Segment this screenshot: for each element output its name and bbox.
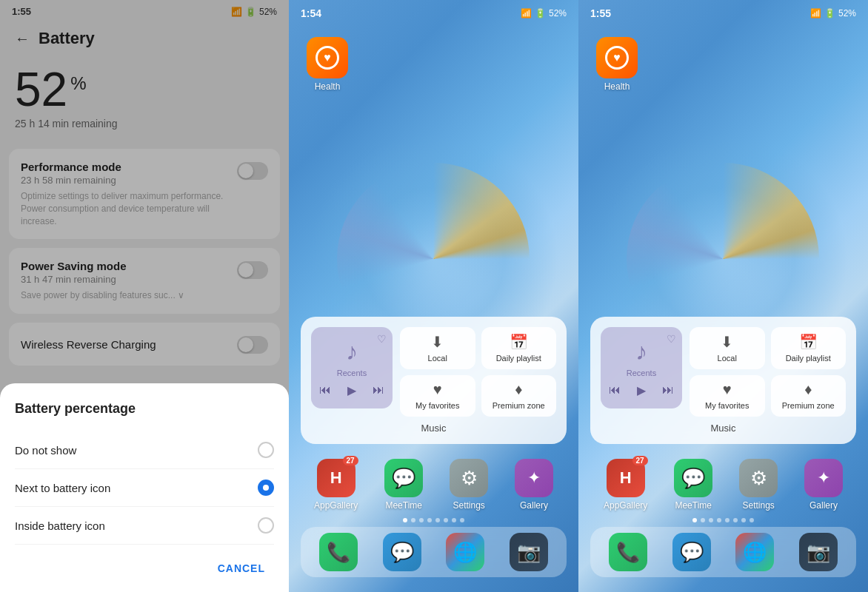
dot-4 xyxy=(427,518,432,522)
battery-percentage-dialog-overlay: Battery percentage Do not show Next to b… xyxy=(0,0,289,592)
right-messages-dock-icon[interactable]: 💬 xyxy=(672,533,711,571)
right-premium-icon: ♦ xyxy=(804,381,812,398)
radio-option-next-to-battery[interactable]: Next to battery icon xyxy=(15,469,274,507)
daily-playlist-grid-item[interactable]: 📅 Daily playlist xyxy=(481,327,557,369)
right-premium-zone-grid-item[interactable]: ♦ Premium zone xyxy=(771,375,847,417)
right-music-note-icon: ♪ xyxy=(635,338,647,366)
appgallery-icon[interactable]: H 27 xyxy=(317,459,355,497)
heart-icon: ♥ xyxy=(324,51,331,64)
meetime-item[interactable]: 💬 MeeTime xyxy=(384,459,423,511)
phone-dock-icon[interactable]: 📞 xyxy=(319,533,358,571)
right-dot-8 xyxy=(750,518,754,522)
right-play-button[interactable]: ▶ xyxy=(637,383,646,397)
meetime-icon[interactable]: 💬 xyxy=(384,459,423,497)
right-appgallery-label: AppGallery xyxy=(604,500,647,511)
right-meetime-label: MeeTime xyxy=(675,500,712,511)
right-settings-icon[interactable]: ⚙ xyxy=(739,459,778,497)
bottom-dock: 📞 💬 🌐 📷 xyxy=(301,527,567,577)
right-gallery-icon[interactable]: ✦ xyxy=(804,459,843,497)
play-button[interactable]: ▶ xyxy=(347,383,356,397)
do-not-show-radio[interactable] xyxy=(258,442,274,458)
page-dots xyxy=(301,518,567,522)
settings-item[interactable]: ⚙ Settings xyxy=(450,459,488,511)
right-browser-dock-icon[interactable]: 🌐 xyxy=(735,533,774,571)
music-widget-title: Music xyxy=(311,423,556,434)
premium-icon: ♦ xyxy=(515,381,522,398)
meetime-symbol: 💬 xyxy=(392,467,415,490)
cancel-button[interactable]: CANCEL xyxy=(209,556,274,580)
radio-option-do-not-show[interactable]: Do not show xyxy=(15,431,274,469)
browser-dock-icon[interactable]: 🌐 xyxy=(446,533,484,571)
right-meetime-item[interactable]: 💬 MeeTime xyxy=(674,459,712,511)
favorites-grid-item[interactable]: ♥ My favorites xyxy=(400,375,475,417)
appgallery-label: AppGallery xyxy=(314,500,358,511)
right-next-button[interactable]: ⏭ xyxy=(662,383,674,397)
right-gallery-item[interactable]: ✦ Gallery xyxy=(804,459,843,511)
health-icon-ring: ♥ xyxy=(316,46,339,70)
right-music-widget-inner: ♡ ♪ Recents ⏮ ▶ ⏭ ⬇ Local 📅 Daily playli… xyxy=(601,327,846,417)
right-favorites-label: My favorites xyxy=(705,401,749,411)
inside-battery-radio[interactable] xyxy=(258,517,274,534)
right-dot-3 xyxy=(709,518,713,522)
right-prev-button[interactable]: ⏮ xyxy=(609,383,621,397)
settings-symbol: ⚙ xyxy=(461,467,478,490)
music-album-art: ♡ ♪ Recents ⏮ ▶ ⏭ xyxy=(311,327,393,408)
right-music-widget: ♡ ♪ Recents ⏮ ▶ ⏭ ⬇ Local 📅 Daily playli… xyxy=(590,317,856,444)
settings-icon[interactable]: ⚙ xyxy=(450,459,488,497)
middle-phone-screen: 1:54 📶 🔋 52% ♥ Health ♡ ♪ Recents ⏮ ▶ xyxy=(289,0,578,592)
right-settings-label: Settings xyxy=(742,500,774,511)
dot-7 xyxy=(452,518,456,522)
meetime-label: MeeTime xyxy=(385,500,422,511)
messages-dock-icon[interactable]: 💬 xyxy=(383,533,421,571)
right-favorites-grid-item[interactable]: ♥ My favorites xyxy=(690,375,765,417)
right-status-icons: 📶 🔋 52% xyxy=(810,8,856,18)
inside-battery-label: Inside battery icon xyxy=(15,519,105,532)
dot-5 xyxy=(435,518,440,522)
premium-zone-grid-item[interactable]: ♦ Premium zone xyxy=(481,375,557,417)
right-bottom-dock: 📞 💬 🌐 📷 xyxy=(590,527,856,577)
right-local-label: Local xyxy=(718,354,737,363)
right-gallery-symbol: ✦ xyxy=(817,468,830,488)
right-health-icon-ring: ♥ xyxy=(605,46,629,70)
prev-button[interactable]: ⏮ xyxy=(319,383,331,397)
next-to-battery-radio[interactable] xyxy=(258,480,274,496)
right-local-icon: ⬇ xyxy=(721,333,733,351)
gallery-icon[interactable]: ✦ xyxy=(515,459,553,497)
right-music-controls: ⏮ ▶ ⏭ xyxy=(601,383,682,397)
right-phone-screen: 1:55 📶 🔋 52% ♥ Health ♡ ♪ Recents ⏮ ▶ ⏭ xyxy=(578,0,868,592)
right-daily-playlist-grid-item[interactable]: 📅 Daily playlist xyxy=(771,327,847,369)
next-to-battery-label: Next to battery icon xyxy=(15,482,110,494)
radio-option-inside-battery[interactable]: Inside battery icon xyxy=(15,507,274,545)
appgallery-item[interactable]: H 27 AppGallery xyxy=(314,459,358,511)
right-meetime-icon[interactable]: 💬 xyxy=(674,459,712,497)
right-appgallery-icon[interactable]: H 27 xyxy=(607,459,645,497)
music-controls: ⏮ ▶ ⏭ xyxy=(311,383,393,397)
local-grid-item[interactable]: ⬇ Local xyxy=(400,327,475,369)
right-health-app-icon[interactable]: ♥ Health xyxy=(596,37,638,92)
right-phone-dock-icon[interactable]: 📞 xyxy=(609,533,647,571)
right-local-grid-item[interactable]: ⬇ Local xyxy=(690,327,765,369)
gallery-item[interactable]: ✦ Gallery xyxy=(515,459,553,511)
right-dot-4 xyxy=(717,518,721,522)
settings-label: Settings xyxy=(453,500,484,511)
right-settings-item[interactable]: ⚙ Settings xyxy=(739,459,778,511)
right-recents-label: Recents xyxy=(627,369,656,377)
right-camera-dock-icon[interactable]: 📷 xyxy=(799,533,838,571)
right-music-grid: ⬇ Local 📅 Daily playlist ♥ My favorites … xyxy=(690,327,846,417)
dot-2 xyxy=(411,518,415,522)
right-huawei-text: H xyxy=(620,468,632,488)
right-battery-pct: 52% xyxy=(838,8,856,18)
right-appgallery-item[interactable]: H 27 AppGallery xyxy=(604,459,647,511)
next-button[interactable]: ⏭ xyxy=(373,383,384,397)
app-row: H 27 AppGallery 💬 MeeTime ⚙ Settings ✦ xyxy=(301,459,567,511)
music-note-icon: ♪ xyxy=(346,338,358,366)
right-dot-6 xyxy=(733,518,738,522)
do-not-show-label: Do not show xyxy=(15,444,76,457)
camera-dock-icon[interactable]: 📷 xyxy=(510,533,548,571)
music-widget: ♡ ♪ Recents ⏮ ▶ ⏭ ⬇ Local 📅 Daily playli… xyxy=(301,317,567,444)
right-health-app-label: Health xyxy=(604,81,630,92)
health-icon-bg: ♥ xyxy=(307,37,348,78)
right-battery-icon: 🔋 xyxy=(824,8,835,18)
health-app-icon[interactable]: ♥ Health xyxy=(307,37,348,92)
dialog-actions: CANCEL xyxy=(15,556,274,580)
